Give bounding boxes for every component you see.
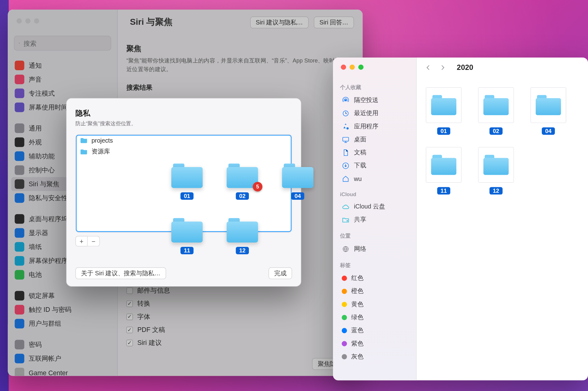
airdrop-icon xyxy=(342,97,349,104)
folder-thumbnail xyxy=(426,87,462,123)
sidebar-item-icon xyxy=(15,270,24,280)
globe-icon xyxy=(342,245,349,253)
checkbox[interactable] xyxy=(126,340,133,346)
finder-tag-item[interactable]: 红色 xyxy=(340,272,409,285)
finder-folder[interactable]: 04 xyxy=(529,87,568,135)
done-button[interactable]: 完成 xyxy=(269,267,292,279)
close-dot[interactable] xyxy=(341,65,346,70)
finder-toolbar: 2020 xyxy=(417,58,588,78)
sidebar-item-icon xyxy=(15,340,24,349)
checkbox[interactable] xyxy=(126,326,133,333)
sidebar-item-icon xyxy=(15,88,24,98)
folder-label: 04 xyxy=(542,127,555,135)
sidebar-item[interactable]: 密码 xyxy=(11,337,114,351)
sidebar-item[interactable]: Game Center xyxy=(11,366,114,376)
siri-suggestions-privacy-button[interactable]: Siri 建议与隐私… xyxy=(250,17,309,28)
sidebar-item[interactable]: 用户与群组 xyxy=(11,317,114,331)
clock-icon xyxy=(342,110,349,117)
excluded-location-row[interactable]: projects xyxy=(76,135,292,146)
folder-label: 02 xyxy=(489,127,503,135)
spotlight-description: “聚焦”能帮你快速找到电脑上的内容，并显示来自互联网、“音乐”、App Stor… xyxy=(126,56,354,73)
checkbox[interactable] xyxy=(126,313,133,320)
sidebar-item-icon xyxy=(15,242,24,252)
sidebar-item-icon xyxy=(15,256,24,266)
add-location-button[interactable]: + xyxy=(75,236,87,247)
sidebar-item-label: 触控 ID 与密码 xyxy=(29,306,72,314)
about-privacy-button[interactable]: 关于 Siri 建议、搜索与隐私… xyxy=(75,267,166,279)
sidebar-item[interactable]: 锁定屏幕 xyxy=(11,289,114,303)
checkbox-label: 邮件与信息 xyxy=(137,286,170,295)
checkbox-label: Siri 建议 xyxy=(137,339,162,347)
sidebar-item-icon xyxy=(15,137,24,147)
tag-label: 红色 xyxy=(351,274,363,282)
location-label: 资源库 xyxy=(92,148,110,156)
close-dot[interactable] xyxy=(17,18,22,24)
apps-icon xyxy=(342,122,349,130)
tag-color-dot xyxy=(342,328,347,333)
excluded-locations-list[interactable]: projects资源库 xyxy=(75,134,292,232)
checkbox-label: PDF 文稿 xyxy=(137,326,165,334)
sidebar-search[interactable] xyxy=(14,36,111,51)
search-input[interactable] xyxy=(23,40,106,47)
checkbox[interactable] xyxy=(126,287,133,294)
finder-sidebar-item[interactable]: 桌面 xyxy=(340,133,409,146)
tag-color-dot xyxy=(342,315,347,320)
finder-sidebar-item[interactable]: 隔空投送 xyxy=(340,94,409,107)
finder-folder[interactable]: 02 xyxy=(477,87,515,135)
sidebar-item[interactable]: 互联网帐户 xyxy=(11,351,114,365)
finder-tag-item[interactable]: 灰色 xyxy=(340,350,409,363)
result-checkbox-row[interactable]: Siri 建议 xyxy=(126,336,354,349)
folder-label: 01 xyxy=(437,127,450,135)
finder-sidebar-item[interactable]: 网络 xyxy=(340,243,409,256)
sidebar-item-icon xyxy=(15,228,24,238)
minimize-dot[interactable] xyxy=(350,65,355,70)
remove-location-button[interactable]: − xyxy=(87,236,100,247)
result-checkbox-row[interactable]: 字体 xyxy=(126,310,354,323)
finder-tag-item[interactable]: 蓝色 xyxy=(340,324,409,337)
sidebar-item[interactable]: 声音 xyxy=(11,72,114,86)
finder-sidebar-item[interactable]: iCloud 云盘 xyxy=(340,200,409,213)
sidebar-item-icon xyxy=(15,165,24,175)
finder-sidebar-label: 网络 xyxy=(354,245,366,253)
finder-folder[interactable]: 11 xyxy=(424,147,463,195)
location-label: projects xyxy=(92,137,113,144)
finder-sidebar-label: 下载 xyxy=(354,162,366,170)
sidebar-item[interactable]: 触控 ID 与密码 xyxy=(11,303,114,316)
finder-sidebar-item[interactable]: 应用程序 xyxy=(340,120,409,133)
checkbox[interactable] xyxy=(126,300,133,307)
sidebar-item-icon xyxy=(15,102,24,112)
finder-folder[interactable]: 01 xyxy=(424,87,463,135)
siri-answers-button[interactable]: Siri 回答… xyxy=(314,17,354,28)
sidebar-item-icon xyxy=(15,354,24,363)
sidebar-item-icon xyxy=(15,151,24,161)
excluded-location-row[interactable]: 资源库 xyxy=(76,146,292,157)
back-button[interactable] xyxy=(424,64,432,71)
finder-folder[interactable]: 12 xyxy=(477,147,515,195)
finder-tag-item[interactable]: 黄色 xyxy=(340,298,409,311)
finder-content[interactable]: 0102041112 xyxy=(417,78,588,380)
modal-title: 隐私 xyxy=(75,108,292,118)
forward-button[interactable] xyxy=(439,64,446,71)
icloud-heading: iCloud xyxy=(340,191,409,198)
minimize-dot[interactable] xyxy=(25,18,31,24)
finder-tag-item[interactable]: 紫色 xyxy=(340,337,409,350)
finder-sidebar-item[interactable]: 下载 xyxy=(340,159,409,172)
finder-sidebar-item[interactable]: wu xyxy=(340,172,409,185)
modal-subtitle: 防止“聚焦”搜索这些位置。 xyxy=(75,120,292,127)
sidebar-item[interactable]: 通知 xyxy=(11,58,114,72)
result-checkbox-row[interactable]: 转换 xyxy=(126,297,354,310)
cloud-icon xyxy=(342,203,349,211)
finder-sidebar-item[interactable]: 最近使用 xyxy=(340,107,409,120)
finder-sidebar-item[interactable]: 文稿 xyxy=(340,146,409,159)
finder-tag-item[interactable]: 橙色 xyxy=(340,285,409,298)
sidebar-item-icon xyxy=(15,368,24,376)
finder-sidebar-item[interactable]: 共享 xyxy=(340,213,409,226)
folder-icon xyxy=(80,148,88,156)
result-checkbox-row[interactable]: PDF 文稿 xyxy=(126,323,354,336)
finder-tag-item[interactable]: 绿色 xyxy=(340,311,409,324)
tag-label: 橙色 xyxy=(351,287,363,295)
zoom-dot[interactable] xyxy=(34,18,39,24)
folder-label: 12 xyxy=(489,187,503,195)
zoom-dot[interactable] xyxy=(358,65,364,70)
finder-sidebar-label: iCloud 云盘 xyxy=(354,203,385,211)
